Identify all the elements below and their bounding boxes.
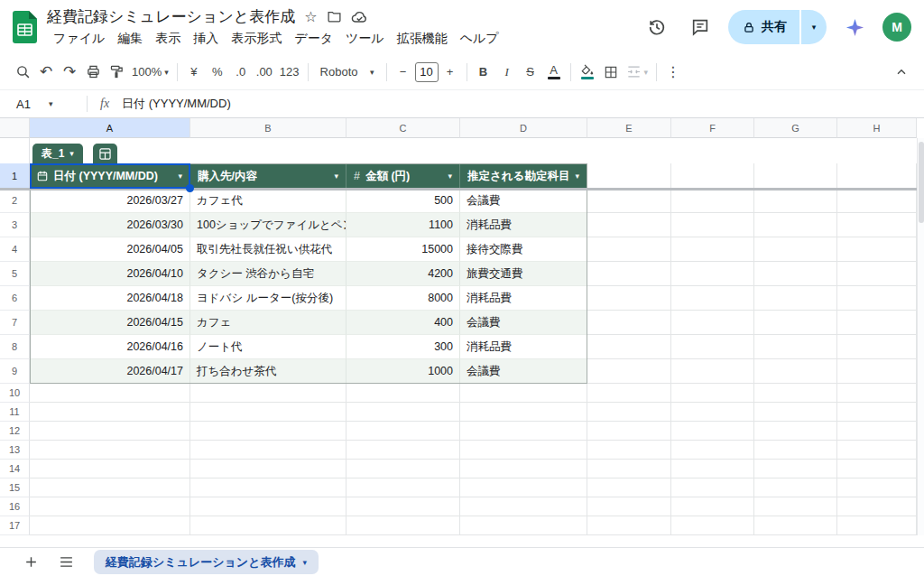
cell-E12[interactable] (587, 422, 671, 441)
cell-C5[interactable]: 4200 (346, 262, 460, 286)
format-currency-button[interactable]: ¥ (182, 60, 206, 85)
cell-D16[interactable] (460, 497, 587, 516)
row-header-8[interactable]: 8 (0, 335, 30, 359)
selection-handle[interactable] (186, 184, 194, 192)
cell-F14[interactable] (671, 460, 754, 478)
font-size-input[interactable]: 10 (415, 62, 439, 82)
name-box[interactable]: A1 ▾ (0, 98, 87, 111)
cell-C3[interactable]: 1100 (346, 213, 460, 237)
cell-F7[interactable] (671, 311, 754, 335)
cell-C13[interactable] (346, 441, 460, 460)
cell-F10[interactable] (671, 384, 754, 403)
cell-A13[interactable] (30, 441, 190, 460)
cell-F2[interactable] (671, 189, 754, 213)
table-name-chip[interactable]: 表_1 ▾ (32, 144, 83, 163)
cell-A14[interactable] (30, 460, 190, 478)
cell-B10[interactable] (190, 384, 346, 403)
cell-H6[interactable] (837, 286, 917, 311)
cell-F12[interactable] (671, 422, 754, 441)
cell-H4[interactable] (837, 237, 917, 262)
row-header-13[interactable]: 13 (0, 441, 30, 460)
row-header-16[interactable]: 16 (0, 497, 30, 516)
zoom-select[interactable]: 100%▾ (128, 60, 172, 85)
cell-A16[interactable] (30, 497, 190, 516)
collapse-toolbar-button[interactable] (890, 60, 913, 85)
cell-C15[interactable] (346, 478, 460, 497)
cell-A3[interactable]: 2026/03/30 (30, 213, 190, 237)
column-header-H[interactable]: H (837, 118, 917, 138)
cell-D9[interactable]: 会議費 (460, 359, 587, 384)
column-header-B[interactable]: B (190, 118, 346, 138)
search-icon[interactable] (11, 60, 34, 85)
cell-E14[interactable] (587, 460, 671, 478)
cell-C11[interactable] (346, 403, 460, 422)
cell-C7[interactable]: 400 (346, 311, 460, 335)
cell-F8[interactable] (671, 335, 754, 359)
cell-B17[interactable] (190, 516, 346, 535)
cell-H13[interactable] (837, 441, 917, 460)
cell-E6[interactable] (587, 286, 671, 311)
cell-E7[interactable] (587, 311, 671, 335)
cell-H10[interactable] (837, 384, 917, 403)
active-sheet-tab[interactable]: 経費記録シミュレーションと表作成 ▾ (94, 550, 319, 574)
cell-H15[interactable] (837, 478, 917, 497)
row-header-11[interactable]: 11 (0, 403, 30, 422)
cell-G8[interactable] (754, 335, 837, 359)
comments-icon[interactable] (685, 12, 716, 42)
cell-C17[interactable] (346, 516, 460, 535)
merge-cells-button[interactable]: ▾ (623, 60, 652, 85)
cell-C4[interactable]: 15000 (346, 237, 460, 262)
cell-B3[interactable]: 100ショップでファイルとペン (190, 213, 346, 237)
cell-H7[interactable] (837, 311, 917, 335)
star-icon[interactable]: ☆ (304, 10, 317, 24)
cell-H1[interactable] (837, 163, 917, 189)
row-header-7[interactable]: 7 (0, 311, 30, 335)
cell-A10[interactable] (30, 384, 190, 403)
table-menu-chip[interactable] (93, 144, 117, 163)
cell-B7[interactable]: カフェ (190, 311, 346, 335)
row-header-2[interactable]: 2 (0, 189, 30, 213)
cell-C10[interactable] (346, 384, 460, 403)
cell-E13[interactable] (587, 441, 671, 460)
share-button[interactable]: 共有 (728, 10, 799, 44)
cell-E8[interactable] (587, 335, 671, 359)
cell-E17[interactable] (587, 516, 671, 535)
row-header-10[interactable]: 10 (0, 384, 30, 403)
cell-D17[interactable] (460, 516, 587, 535)
cell-G16[interactable] (754, 497, 837, 516)
cell-D14[interactable] (460, 460, 587, 478)
cell-A15[interactable] (30, 478, 190, 497)
cell-G14[interactable] (754, 460, 837, 478)
cell-D4[interactable]: 接待交際費 (460, 237, 587, 262)
cell-B4[interactable]: 取引先社長就任祝い供花代 (190, 237, 346, 262)
column-header-F[interactable]: F (671, 118, 754, 138)
cell-B13[interactable] (190, 441, 346, 460)
menu-file[interactable]: ファイル (47, 30, 111, 48)
cell-E11[interactable] (587, 403, 671, 422)
cell-G10[interactable] (754, 384, 837, 403)
italic-button[interactable]: I (495, 60, 519, 85)
cell-B8[interactable]: ノート代 (190, 335, 346, 359)
frozen-row-divider[interactable] (0, 188, 917, 190)
menu-extensions[interactable]: 拡張機能 (391, 30, 454, 48)
cell-E2[interactable] (587, 189, 671, 213)
cell-A9[interactable]: 2026/04/17 (30, 359, 190, 384)
cell-G6[interactable] (754, 286, 837, 311)
share-dropdown[interactable]: ▾ (801, 10, 827, 44)
column-header-C[interactable]: C (346, 118, 460, 138)
undo-button[interactable]: ↶ (34, 60, 58, 85)
filter-caret-icon[interactable]: ▾ (448, 172, 452, 181)
column-header-A[interactable]: A (30, 118, 190, 138)
cell-F13[interactable] (671, 441, 754, 460)
cell-H3[interactable] (837, 213, 917, 237)
document-title[interactable]: 経費記録シミュレーションと表作成 (47, 6, 295, 27)
version-history-icon[interactable] (642, 12, 672, 42)
cell-H17[interactable] (837, 516, 917, 535)
select-all-corner[interactable] (0, 118, 30, 138)
menu-data[interactable]: データ (288, 30, 339, 48)
cell-B2[interactable]: カフェ代 (190, 189, 346, 213)
fill-color-button[interactable] (576, 60, 599, 85)
borders-button[interactable] (599, 60, 623, 85)
cell-D5[interactable]: 旅費交通費 (460, 262, 587, 286)
column-header-E[interactable]: E (587, 118, 671, 138)
